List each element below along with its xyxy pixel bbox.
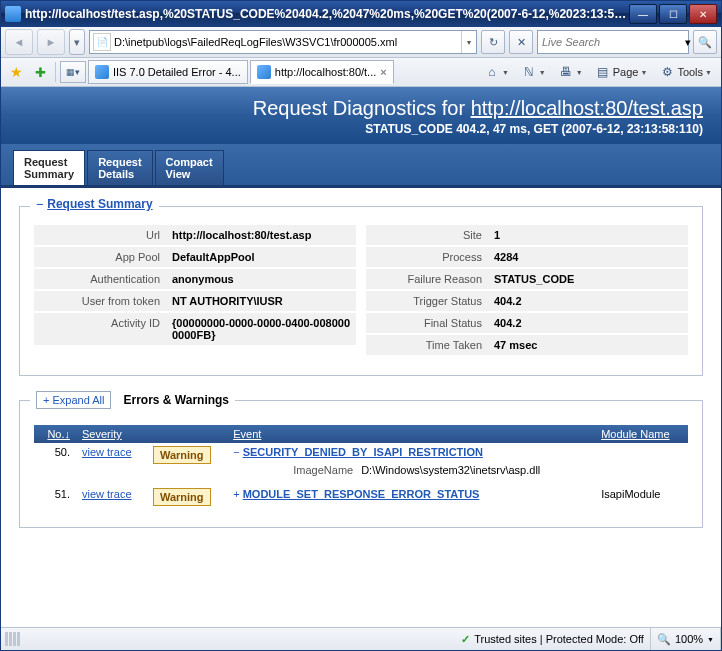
- value-trigger-status: 404.2: [488, 291, 688, 311]
- search-provider-dropdown[interactable]: ▾: [685, 36, 691, 49]
- home-button[interactable]: ⌂▼: [479, 60, 514, 84]
- tab-request-summary[interactable]: RequestSummary: [13, 150, 85, 185]
- cell-no: 50.: [34, 443, 76, 485]
- security-zone[interactable]: ✓Trusted sites | Protected Mode: Off: [455, 628, 651, 650]
- zoom-control[interactable]: 🔍100%▼: [651, 628, 721, 650]
- label-trigger-status: Trigger Status: [366, 291, 488, 311]
- add-favorite-button[interactable]: ✚: [30, 60, 51, 84]
- tab-close-icon[interactable]: ×: [380, 66, 386, 78]
- print-icon: 🖶: [558, 64, 574, 80]
- file-icon: 📄: [93, 33, 111, 51]
- request-url-link[interactable]: http://localhost:80/test.asp: [471, 97, 703, 119]
- tab-request-details[interactable]: RequestDetails: [87, 150, 152, 185]
- value-site: 1: [488, 225, 688, 245]
- label-final-status: Final Status: [366, 313, 488, 333]
- page-icon: ▤: [595, 64, 611, 80]
- favorites-button[interactable]: ★: [5, 60, 28, 84]
- print-button[interactable]: 🖶▼: [553, 60, 588, 84]
- label-site: Site: [366, 225, 488, 245]
- tools-menu[interactable]: ⚙Tools▼: [654, 60, 717, 84]
- errors-table: No.↓ Severity Event Module Name 50. view…: [34, 425, 688, 509]
- search-button[interactable]: 🔍: [693, 30, 717, 54]
- value-authentication: anonymous: [166, 269, 356, 289]
- value-final-status: 404.2: [488, 313, 688, 333]
- status-bar: ✓Trusted sites | Protected Mode: Off 🔍10…: [1, 627, 721, 650]
- event-detail: ImageNameD:\Windows\system32\inetsrv\asp…: [253, 464, 589, 476]
- ie-favicon-icon: [95, 65, 109, 79]
- view-trace-link[interactable]: view trace: [82, 446, 132, 458]
- tab-label: http://localhost:80/t...: [275, 66, 377, 78]
- back-button[interactable]: ◄: [5, 29, 33, 55]
- rss-icon: ℕ: [521, 64, 537, 80]
- tab-compact-view[interactable]: CompactView: [155, 150, 224, 185]
- tab-iis-error[interactable]: IIS 7.0 Detailed Error - 4...: [88, 60, 248, 84]
- address-dropdown[interactable]: ▾: [461, 31, 476, 53]
- label-user-token: User from token: [34, 291, 166, 311]
- ie-favicon-icon: [5, 6, 21, 22]
- window-titlebar: http://localhost/test.asp,%20STATUS_CODE…: [1, 1, 721, 27]
- cell-module: [595, 443, 688, 485]
- label-time-taken: Time Taken: [366, 335, 488, 355]
- label-url: Url: [34, 225, 166, 245]
- event-link[interactable]: MODULE_SET_RESPONSE_ERROR_STATUS: [243, 488, 480, 500]
- quick-tabs-button[interactable]: ▦▾: [60, 61, 86, 83]
- maximize-button[interactable]: ☐: [659, 4, 687, 24]
- home-icon: ⌂: [484, 64, 500, 80]
- separator: [55, 62, 56, 82]
- table-row: 50. view trace Warning − SECURITY_DENIED…: [34, 443, 688, 485]
- forward-button[interactable]: ►: [37, 29, 65, 55]
- label-activity-id: Activity ID: [34, 313, 166, 345]
- col-no[interactable]: No.↓: [47, 428, 70, 440]
- search-box[interactable]: ▾: [537, 30, 689, 54]
- recent-dropdown[interactable]: ▾: [69, 29, 85, 55]
- zoom-dropdown[interactable]: ▼: [707, 636, 714, 643]
- table-header-row: No.↓ Severity Event Module Name: [34, 425, 688, 443]
- page-content: Request Diagnostics for http://localhost…: [1, 87, 721, 627]
- statusbar-grip: [1, 632, 24, 646]
- col-event[interactable]: Event: [233, 428, 261, 440]
- page-menu[interactable]: ▤Page▼: [590, 60, 653, 84]
- nav-toolbar: ◄ ► ▾ 📄 ▾ ↻ ✕ ▾ 🔍: [1, 27, 721, 58]
- label-process: Process: [366, 247, 488, 267]
- stop-button[interactable]: ✕: [509, 30, 533, 54]
- ie-favicon-icon: [257, 65, 271, 79]
- event-link[interactable]: SECURITY_DENIED_BY_ISAPI_RESTRICTION: [243, 446, 483, 458]
- label-app-pool: App Pool: [34, 247, 166, 267]
- cell-module: IsapiModule: [595, 485, 688, 509]
- check-icon: ✓: [461, 633, 470, 646]
- toggle-icon[interactable]: +: [233, 488, 239, 500]
- section-heading: Errors & Warnings: [123, 393, 229, 407]
- gear-icon: ⚙: [659, 64, 675, 80]
- diagnostics-header: Request Diagnostics for http://localhost…: [1, 87, 721, 144]
- magnifier-icon: 🔍: [657, 633, 671, 646]
- label-failure-reason: Failure Reason: [366, 269, 488, 289]
- expand-all-button[interactable]: + Expand All: [36, 391, 111, 409]
- col-severity[interactable]: Severity: [82, 428, 122, 440]
- value-activity-id: {00000000-0000-0000-0400-0080000000FB}: [166, 313, 356, 345]
- address-bar[interactable]: 📄 ▾: [89, 30, 477, 54]
- view-tabs: RequestSummary RequestDetails CompactVie…: [1, 144, 721, 188]
- address-input[interactable]: [114, 32, 461, 52]
- minimize-button[interactable]: —: [629, 4, 657, 24]
- label-authentication: Authentication: [34, 269, 166, 289]
- col-module[interactable]: Module Name: [601, 428, 669, 440]
- errors-warnings-section: + Expand All Errors & Warnings No.↓ Seve…: [19, 400, 703, 528]
- collapse-icon[interactable]: −: [36, 197, 43, 211]
- tab-localhost-test[interactable]: http://localhost:80/t...×: [250, 60, 394, 84]
- tab-label: IIS 7.0 Detailed Error - 4...: [113, 66, 241, 78]
- value-app-pool: DefaultAppPool: [166, 247, 356, 267]
- window-title: http://localhost/test.asp,%20STATUS_CODE…: [25, 7, 629, 21]
- value-process: 4284: [488, 247, 688, 267]
- cell-no: 51.: [34, 485, 76, 509]
- close-button[interactable]: ✕: [689, 4, 717, 24]
- toggle-icon[interactable]: −: [233, 446, 239, 458]
- page-title: Request Diagnostics for http://localhost…: [19, 97, 703, 120]
- view-trace-link[interactable]: view trace: [82, 488, 132, 500]
- value-failure-reason: STATUS_CODE: [488, 269, 688, 289]
- feeds-button[interactable]: ℕ▼: [516, 60, 551, 84]
- value-user-token: NT AUTHORITY\IUSR: [166, 291, 356, 311]
- search-input[interactable]: [538, 36, 685, 48]
- section-heading-link[interactable]: Request Summary: [47, 197, 152, 211]
- refresh-button[interactable]: ↻: [481, 30, 505, 54]
- value-url: http://localhost:80/test.asp: [166, 225, 356, 245]
